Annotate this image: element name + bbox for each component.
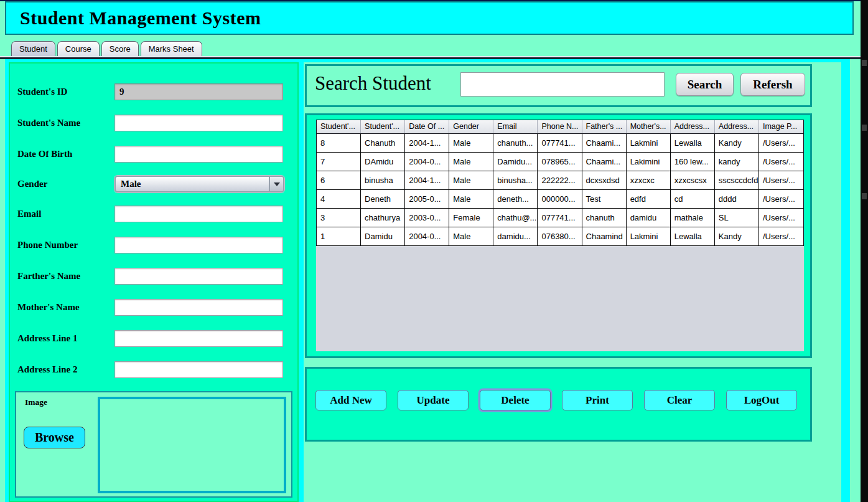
table-cell: /Users/... — [759, 134, 803, 152]
student-name-row: Student's Name — [10, 115, 297, 131]
student-name-field[interactable] — [114, 115, 283, 131]
add-new-button[interactable]: Add New — [315, 390, 386, 410]
table-cell: Chaami... — [582, 134, 627, 152]
table-cell: chathurya — [361, 209, 405, 227]
table-cell: /Users/... — [759, 209, 803, 227]
mothers-name-field[interactable] — [114, 299, 283, 316]
date-of-birth-label: Date Of Birth — [17, 146, 111, 163]
gender-label: Gender — [17, 176, 111, 192]
table-cell: Lakimini — [627, 153, 671, 171]
table-cell: Lakmini — [627, 227, 671, 245]
search-input[interactable] — [460, 72, 665, 97]
table-cell: 076380... — [538, 227, 582, 245]
tab-course[interactable]: Course — [57, 41, 100, 56]
phone-number-field[interactable] — [114, 237, 283, 253]
table-cell: 6 — [317, 171, 361, 189]
logout-button[interactable]: LogOut — [726, 390, 797, 410]
table-row[interactable]: 6binusha2004-1...Malebinusha...222222...… — [317, 171, 803, 190]
student-form-panel: Student's IDStudent's NameDate Of BirthG… — [9, 62, 299, 502]
column-header[interactable]: Address... — [671, 120, 715, 133]
column-header[interactable]: Address... — [715, 120, 759, 133]
refresh-button[interactable]: Refersh — [740, 73, 805, 96]
student-name-label: Student's Name — [17, 115, 111, 131]
email-field[interactable] — [114, 206, 283, 222]
table-cell: 077741... — [538, 209, 582, 227]
table-cell: damidu... — [493, 227, 538, 245]
tab-marks-sheet[interactable]: Marks Sheet — [141, 41, 202, 56]
column-header[interactable]: Image P... — [759, 120, 803, 133]
table-cell: 078965... — [538, 153, 582, 171]
student-id-label: Student's ID — [17, 83, 111, 100]
table-row[interactable]: 7DAmidu2004-0...MaleDamidu...078965...Ch… — [317, 153, 803, 171]
table-cell: cd — [671, 190, 715, 208]
date-of-birth-field[interactable] — [114, 146, 283, 163]
table-row[interactable]: 3chathurya2003-0...Femalechathu@...07774… — [317, 209, 803, 227]
students-table-viewport[interactable]: Student'...Student'...Date Of ...GenderE… — [316, 120, 804, 351]
table-cell: Female — [449, 209, 493, 227]
address-line-1-field[interactable] — [114, 330, 283, 347]
table-cell: mathale — [671, 209, 715, 227]
search-label: Search Student — [315, 72, 431, 95]
tab-score[interactable]: Score — [101, 41, 139, 56]
email-label: Email — [17, 206, 111, 222]
table-cell: binusha — [361, 171, 405, 189]
fathers-name-field[interactable] — [114, 268, 283, 285]
table-cell: /Users/... — [759, 171, 803, 189]
fathers-name-label: Farther's Name — [17, 268, 111, 285]
column-header[interactable]: Student'... — [361, 120, 405, 133]
column-header[interactable]: Student'... — [317, 120, 361, 133]
table-cell: 3 — [317, 209, 361, 227]
table-cell: 2003-0... — [405, 209, 449, 227]
table-cell: Deneth — [361, 190, 405, 208]
table-cell: Male — [449, 190, 493, 208]
title-bar: Student Management System — [5, 1, 854, 35]
update-button[interactable]: Update — [398, 390, 469, 410]
column-header[interactable]: Mother's... — [627, 120, 671, 133]
dropdown-arrow-icon[interactable] — [269, 177, 283, 191]
tab-bar: StudentCourseScoreMarks Sheet — [11, 40, 202, 56]
table-cell: DAmidu — [361, 153, 405, 171]
browse-button[interactable]: Browse — [24, 427, 85, 448]
delete-button[interactable]: Delete — [480, 390, 551, 410]
table-cell: xzxcscsx — [671, 171, 715, 189]
table-row[interactable]: 4Deneth2005-0...Maledeneth...000000...Te… — [317, 190, 803, 209]
table-body: 8Chanuth2004-1...Malechanuth...077741...… — [317, 134, 803, 246]
search-button[interactable]: Search — [676, 73, 734, 96]
table-cell: Lewalla — [671, 134, 715, 152]
column-header[interactable]: Gender — [449, 120, 493, 133]
right-content-panel: Search Student Search Refersh Student'..… — [304, 62, 841, 502]
clear-button[interactable]: Clear — [644, 390, 715, 410]
table-row[interactable]: 8Chanuth2004-1...Malechanuth...077741...… — [317, 134, 803, 153]
table-cell: damidu — [627, 209, 671, 227]
table-cell: Male — [449, 171, 493, 189]
search-panel: Search Student Search Refersh — [305, 64, 812, 107]
image-section-label: Image — [25, 397, 47, 407]
table-cell: /Users/... — [759, 153, 803, 171]
gender-select[interactable]: Male — [114, 176, 284, 192]
fathers-name-row: Farther's Name — [10, 268, 297, 285]
table-cell: dcxsxdsd — [582, 171, 627, 189]
table-cell: 2005-0... — [405, 190, 449, 208]
mothers-name-label: Mother's Name — [17, 299, 111, 316]
print-button[interactable]: Print — [562, 390, 633, 410]
address-line-2-field[interactable] — [114, 361, 283, 378]
students-table-panel: Student'...Student'...Date Of ...GenderE… — [305, 113, 812, 358]
address-line-2-label: Address Line 2 — [17, 361, 111, 378]
column-header[interactable]: Phone N... — [538, 120, 582, 133]
table-cell: Kandy — [715, 134, 759, 152]
address-line-2-row: Address Line 2 — [10, 361, 297, 378]
table-cell: 8 — [317, 134, 361, 152]
column-header[interactable]: Date Of ... — [405, 120, 449, 133]
table-cell: xzxcxc — [627, 171, 671, 189]
table-cell: /Users/... — [759, 190, 803, 208]
table-cell: Male — [449, 153, 493, 171]
table-row[interactable]: 1Damidu2004-0...Maledamidu...076380...Ch… — [317, 227, 803, 246]
application-window: Student Management System StudentCourseS… — [0, 0, 868, 502]
tab-student[interactable]: Student — [11, 41, 55, 56]
column-header[interactable]: Father's ... — [582, 120, 627, 133]
table-cell: 4 — [317, 190, 361, 208]
table-cell: 077741... — [538, 134, 582, 152]
column-header[interactable]: Email — [493, 120, 538, 133]
table-cell: deneth... — [493, 190, 538, 208]
table-cell: 160 lew... — [671, 153, 715, 171]
